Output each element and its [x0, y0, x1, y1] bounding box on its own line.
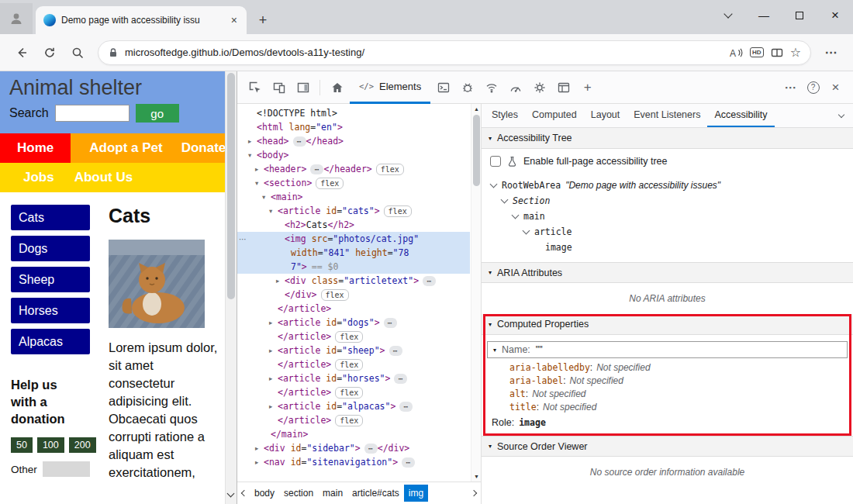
expand-arrow-icon[interactable]: ▸ — [269, 375, 278, 382]
settings-more-icon[interactable]: ⋯ — [819, 40, 844, 65]
favorites-star-icon[interactable]: ☆ — [790, 45, 801, 60]
category-button-alpacas[interactable]: Alpacas — [11, 329, 90, 354]
nav-item-adopt-a-pet[interactable]: Adopt a Pet — [89, 140, 162, 156]
dom-tree-line[interactable]: </article> — [237, 302, 470, 316]
dom-tree-line[interactable]: ▸<div id="sidebar">⋯</div> — [237, 441, 470, 455]
dom-scroll-up-icon[interactable]: ▲ — [474, 106, 479, 112]
settings-gear-icon[interactable] — [528, 76, 551, 99]
dom-tree-line[interactable]: <!DOCTYPE html> — [237, 106, 470, 120]
chevron-down-icon[interactable] — [512, 212, 520, 219]
tab-elements[interactable]: </> Elements — [350, 71, 430, 104]
dom-tree-line[interactable]: ▸<article id="dogs">⋯ — [237, 316, 470, 330]
dom-tree-line[interactable]: ▸<div class="articletext">⋯ — [237, 274, 470, 288]
go-button[interactable]: go — [136, 104, 179, 123]
flex-badge[interactable]: flex — [335, 387, 363, 399]
dom-tree-line[interactable]: ▸<head>⋯</head> — [237, 134, 470, 148]
category-button-horses[interactable]: Horses — [11, 298, 90, 323]
dom-tree-line[interactable]: ⋯<img src="photos/cat.jpg" — [237, 232, 470, 246]
donation-button-100[interactable]: 100 — [37, 437, 64, 453]
collapsed-content-icon[interactable]: ⋯ — [384, 318, 397, 328]
dom-tree-line[interactable]: ▸<article id="alpacas">⋯ — [237, 399, 470, 413]
browser-tab[interactable]: Demo page with accessibility issu × — [36, 6, 247, 34]
nav-item-donate[interactable]: Donate — [181, 140, 225, 156]
expand-arrow-icon[interactable]: ▸ — [269, 402, 278, 410]
expand-arrow-icon[interactable]: ▸ — [276, 277, 285, 285]
ax-tree-node-rootwebarea[interactable]: RootWebArea"Demo page with accessibility… — [491, 178, 853, 193]
breadcrumb-item-main[interactable]: main — [318, 485, 347, 502]
ax-tree-node-section[interactable]: Section — [491, 193, 853, 209]
breadcrumb-item-section[interactable]: section — [279, 485, 318, 502]
dom-tree-line[interactable]: </article>flex — [237, 385, 470, 399]
dock-side-button[interactable] — [292, 76, 314, 99]
category-button-dogs[interactable]: Dogs — [11, 236, 90, 261]
site-lock-icon[interactable] — [108, 47, 119, 58]
more-tools-plus-icon[interactable]: + — [576, 76, 599, 99]
chevron-down-icon[interactable] — [490, 181, 498, 188]
page-scroll-down-icon[interactable] — [228, 485, 233, 499]
dom-tree-line[interactable]: </main> — [237, 427, 470, 441]
devtools-close-icon[interactable]: × — [824, 76, 847, 99]
search-input[interactable] — [55, 105, 130, 122]
dom-scrollbar-thumb[interactable] — [473, 115, 480, 186]
section-source-order[interactable]: ▾ Source Order Viewer — [482, 436, 853, 457]
tab-accessibility[interactable]: Accessibility — [707, 104, 774, 127]
donation-button-200[interactable]: 200 — [69, 437, 96, 453]
chevron-down-icon[interactable] — [501, 196, 509, 204]
section-computed-properties[interactable]: ▾ Computed Properties — [482, 314, 853, 335]
console-tool-icon[interactable] — [432, 76, 454, 99]
home-tool-button[interactable] — [326, 76, 348, 99]
collapsed-content-icon[interactable]: ⋯ — [394, 374, 407, 384]
name-property-group[interactable]: ▾ Name: "" — [487, 341, 848, 358]
section-accessibility-tree[interactable]: ▾ Accessibility Tree — [482, 128, 853, 149]
flex-badge[interactable]: flex — [335, 415, 363, 426]
breadcrumb-right-icon[interactable] — [468, 491, 479, 495]
breadcrumb-item-img[interactable]: img — [404, 485, 428, 502]
breadcrumb-left-icon[interactable] — [239, 491, 250, 495]
expand-arrow-icon[interactable]: ▾ — [255, 179, 264, 187]
more-tabs-chevron-icon[interactable] — [833, 114, 850, 117]
dom-tree-line[interactable]: <html lang="en"> — [237, 120, 470, 134]
back-button[interactable] — [9, 40, 34, 65]
maximize-button[interactable] — [782, 0, 817, 31]
ax-tree-node-image[interactable]: image — [491, 240, 853, 255]
dom-tree-line[interactable]: </article>flex — [237, 330, 470, 343]
expand-arrow-icon[interactable]: ▾ — [262, 193, 271, 201]
dom-tree-line[interactable]: ▾<section>flex — [237, 176, 470, 190]
url-bar[interactable]: microsoftedge.github.io/Demos/devtools-a… — [98, 40, 811, 65]
collapsed-content-icon[interactable]: ⋯ — [293, 136, 306, 147]
category-button-cats[interactable]: Cats — [11, 205, 90, 230]
split-screen-icon[interactable] — [770, 46, 784, 60]
chevron-down-icon[interactable] — [523, 227, 530, 235]
dom-scrollbar[interactable]: ▲ ▼ — [471, 104, 481, 482]
dom-tree-line[interactable]: ▸<nav id="sitenavigation">⋯ — [237, 455, 470, 469]
collapsed-content-icon[interactable]: ⋯ — [402, 457, 415, 468]
tab-layout[interactable]: Layout — [584, 104, 627, 127]
expand-arrow-icon[interactable]: ▸ — [248, 137, 257, 145]
read-aloud-icon[interactable]: A — [728, 47, 744, 59]
flex-badge[interactable]: flex — [321, 289, 349, 301]
hd-badge-icon[interactable]: HD — [750, 47, 764, 57]
donation-button-50[interactable]: 50 — [11, 437, 33, 453]
flex-badge[interactable]: flex — [335, 331, 363, 343]
dom-tree-line[interactable]: ▾<body> — [237, 148, 470, 162]
performance-tool-icon[interactable] — [504, 76, 527, 99]
ax-tree-node-main[interactable]: main — [491, 209, 853, 224]
dom-tree-line[interactable]: </article>flex — [237, 357, 470, 371]
issues-tool-icon[interactable] — [456, 76, 478, 99]
collapsed-content-icon[interactable]: ⋯ — [310, 164, 323, 174]
url-text[interactable]: microsoftedge.github.io/Demos/devtools-a… — [125, 47, 722, 58]
collapsed-content-icon[interactable]: ⋯ — [364, 444, 378, 454]
page-scrollbar-thumb[interactable] — [227, 73, 235, 299]
application-tool-icon[interactable] — [552, 76, 575, 99]
profile-button[interactable] — [0, 3, 33, 34]
dom-tree-line[interactable]: ▸<article id="horses">⋯ — [237, 371, 470, 385]
search-button[interactable] — [65, 40, 90, 65]
flex-badge[interactable]: flex — [376, 164, 404, 175]
expand-arrow-icon[interactable]: ▾ — [248, 151, 257, 159]
more-options-icon[interactable]: ⋯ — [779, 76, 802, 99]
breadcrumb-item-article-cats[interactable]: article#cats — [347, 485, 404, 502]
dom-tree-line[interactable]: width="841" height="78 — [237, 246, 470, 260]
device-emulation-button[interactable] — [268, 76, 290, 99]
breadcrumb-item-body[interactable]: body — [250, 485, 279, 502]
expand-arrow-icon[interactable]: ▸ — [255, 444, 264, 452]
